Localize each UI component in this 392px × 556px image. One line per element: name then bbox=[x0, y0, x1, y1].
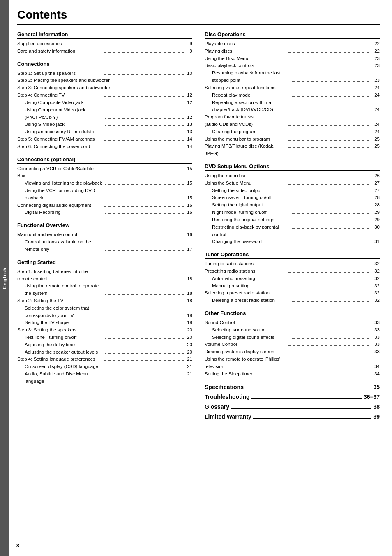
toc-label: Setting the digital output bbox=[212, 202, 291, 209]
toc-dots bbox=[105, 104, 184, 104]
toc-page-number: 21 bbox=[185, 356, 192, 363]
toc-entry: Setting the video output27 bbox=[205, 187, 380, 195]
toc-label: Step 2: Placing the speakers and subwoof… bbox=[17, 77, 192, 84]
toc-label: Playable discs bbox=[205, 40, 287, 48]
toc-page-number: 20 bbox=[185, 327, 192, 334]
toc-entry: Digital Recording15 bbox=[17, 209, 192, 216]
toc-label: Using the VCR for recording DVD bbox=[25, 187, 192, 195]
side-tab-english: English bbox=[0, 0, 9, 556]
toc-entry: Using Component Video jack bbox=[17, 107, 192, 114]
toc-dots bbox=[105, 133, 184, 133]
toc-page-number: 20 bbox=[185, 341, 192, 349]
toc-dots bbox=[105, 324, 184, 324]
toc-dots bbox=[288, 177, 371, 177]
toc-dots bbox=[292, 111, 371, 111]
toc-dots bbox=[101, 331, 184, 331]
big-toc-entry: Specifications35 bbox=[205, 384, 380, 390]
toc-entry: Selecting various repeat functions24 bbox=[205, 84, 380, 92]
toc-entry: Using Composite Video jack12 bbox=[17, 99, 192, 107]
toc-dots bbox=[101, 45, 184, 45]
toc-page-number: 14 bbox=[185, 136, 192, 143]
toc-page-number: 13 bbox=[185, 121, 192, 128]
toc-dots bbox=[288, 345, 371, 346]
toc-dots bbox=[101, 360, 184, 361]
toc-page-number: 27 bbox=[372, 180, 380, 187]
toc-dots bbox=[101, 140, 184, 141]
toc-label: Step 3: Setting the speakers bbox=[17, 327, 100, 334]
toc-page-number: 33 bbox=[372, 348, 380, 356]
toc-page-number: 24 bbox=[372, 106, 380, 114]
toc-page-number: 33 bbox=[372, 327, 380, 334]
toc-dots bbox=[101, 302, 184, 302]
toc-label: Presetting radio stations bbox=[205, 268, 287, 275]
toc-label: Connecting a VCR or Cable/Satellite Box bbox=[17, 165, 100, 180]
toc-page-number: 26 bbox=[372, 172, 380, 180]
toc-label: Control buttons available on the bbox=[25, 239, 192, 246]
toc-label: Using the menu bar bbox=[205, 172, 287, 180]
big-toc-page-number: 35 bbox=[373, 384, 380, 390]
big-toc-dots bbox=[245, 389, 372, 389]
toc-page-number: 24 bbox=[372, 84, 380, 92]
toc-dots bbox=[288, 368, 371, 368]
toc-page-number: 25 bbox=[372, 136, 380, 143]
toc-page-number: 28 bbox=[372, 194, 380, 202]
toc-dots bbox=[105, 213, 184, 214]
toc-page-number: 29 bbox=[372, 209, 380, 216]
toc-dots bbox=[288, 67, 371, 67]
page-title: Contents bbox=[17, 8, 380, 25]
toc-page-number: 18 bbox=[185, 290, 192, 297]
toc-dots bbox=[105, 294, 184, 295]
toc-label: Using Component Video jack bbox=[25, 107, 192, 114]
section-title: Connections bbox=[17, 61, 192, 68]
section-title: DVD Setup Menu Options bbox=[205, 163, 380, 171]
toc-entry: On-screen display (OSD) language21 bbox=[17, 363, 192, 371]
toc-label: Using the remote to operate 'Philips' bbox=[205, 356, 380, 363]
toc-page-number: 10 bbox=[185, 70, 192, 77]
toc-entry: Step 2: Placing the speakers and subwoof… bbox=[17, 77, 192, 84]
toc-entry: Using S-Video jack13 bbox=[17, 121, 192, 128]
toc-dots bbox=[288, 45, 371, 45]
toc-page-number: 20 bbox=[185, 334, 192, 341]
toc-dots bbox=[105, 125, 184, 126]
toc-label: Playing discs bbox=[205, 48, 287, 55]
toc-label: Using the menu bar to program bbox=[205, 136, 287, 143]
toc-label: Restoring the original settings bbox=[212, 216, 291, 224]
toc-page-number: 31 bbox=[372, 238, 380, 246]
toc-page-number: 19 bbox=[185, 319, 192, 327]
toc-entry: stopped point23 bbox=[205, 77, 380, 84]
toc-entry: the system18 bbox=[17, 290, 192, 297]
toc-label: Manual presetting bbox=[212, 283, 291, 290]
toc-label: Repeat play mode bbox=[212, 92, 291, 99]
toc-entry: chapter/track (DVD/VCD/CD)24 bbox=[205, 106, 380, 114]
toc-dots bbox=[292, 228, 371, 229]
toc-label: Step 3: Connecting speakers and subwoofe… bbox=[17, 84, 192, 92]
toc-label: Automatic presetting bbox=[212, 275, 291, 283]
toc-entry: Step 1: Inserting batteries into the bbox=[17, 268, 192, 276]
toc-page-number: 25 bbox=[372, 143, 380, 150]
toc-label: Selecting a preset radio station bbox=[205, 290, 287, 297]
toc-page-number: 15 bbox=[185, 209, 192, 216]
two-column-layout: General InformationSupplied accessories9… bbox=[17, 31, 380, 421]
toc-label: Using the Setup Menu bbox=[205, 180, 287, 187]
main-content: Contents General InformationSupplied acc… bbox=[9, 0, 392, 556]
toc-dots bbox=[292, 243, 371, 243]
left-column: General InformationSupplied accessories9… bbox=[17, 31, 192, 421]
toc-dots bbox=[292, 331, 371, 331]
toc-label: Using S-Video jack bbox=[25, 121, 104, 128]
toc-label: Audio, Subtitle and Disc Menu language bbox=[25, 371, 104, 385]
toc-dots bbox=[105, 250, 184, 251]
section-title: General Information bbox=[17, 31, 192, 39]
toc-entry: Clearing the program24 bbox=[205, 128, 380, 136]
toc-page-number: 15 bbox=[185, 180, 192, 187]
toc-label: Using an accessory RF modulator bbox=[25, 128, 104, 136]
toc-dots bbox=[105, 184, 184, 185]
toc-page-number: 34 bbox=[372, 371, 380, 378]
big-toc-label: Limited Warranty bbox=[205, 413, 251, 420]
side-tab-label: English bbox=[2, 267, 7, 289]
toc-page-number: 13 bbox=[185, 128, 192, 136]
toc-entry: Sound Control33 bbox=[205, 319, 380, 327]
toc-dots bbox=[101, 206, 184, 207]
toc-entry: Step 4: Connecting TV12 bbox=[17, 92, 192, 99]
big-toc-entry: Glossary38 bbox=[205, 403, 380, 410]
toc-label: Viewing and listening to the playback bbox=[25, 180, 104, 187]
